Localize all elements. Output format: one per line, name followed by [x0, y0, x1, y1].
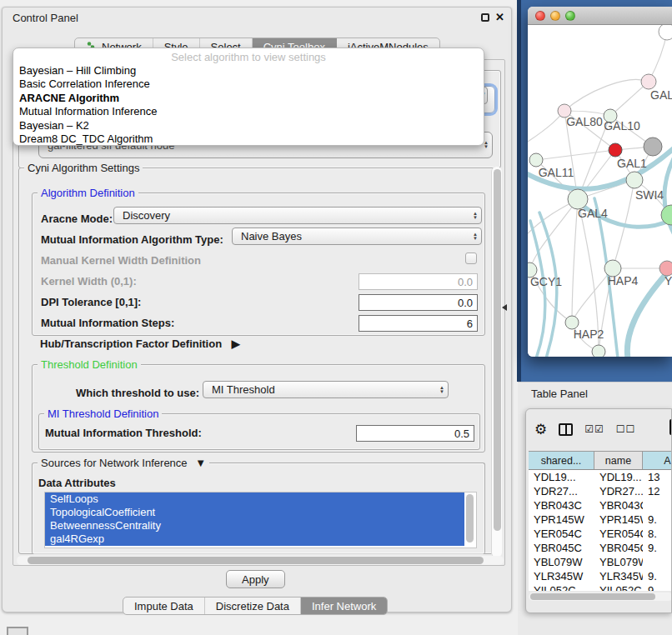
sources-title-toggle[interactable]: Sources for Network Inference ▼	[38, 457, 209, 469]
network-view-window: GALGAL80GAL10GAL1GAL11GAL4SWI4GCY1HAP4YH…	[528, 7, 672, 357]
aracne-mode-combo[interactable]: Discovery ▲▼	[113, 207, 482, 224]
mi-type-value: Naive Bayes	[241, 230, 302, 242]
settings-horizontal-scrollbar[interactable]	[17, 556, 504, 565]
network-node[interactable]	[592, 345, 605, 357]
zoom-traffic-light-icon[interactable]	[565, 11, 575, 21]
group-title: Cyni Algorithm Settings	[24, 162, 143, 174]
table-column-header[interactable]: A	[643, 452, 672, 469]
node-label: GAL1	[617, 157, 647, 170]
table-column-header[interactable]: shared...	[529, 452, 594, 469]
table-row[interactable]: YIL052CYIL052C9	[529, 583, 672, 591]
algorithm-option[interactable]: Bayesian – K2	[13, 119, 484, 132]
algorithm-definition-group: Algorithm Definition Aracne Mode: Discov…	[32, 192, 485, 336]
which-threshold-label: Which threshold to use:	[76, 387, 199, 399]
apply-button[interactable]: Apply	[226, 570, 285, 588]
minimized-window-fragment[interactable]	[7, 627, 28, 635]
which-threshold-combo[interactable]: MI Threshold ▲▼	[203, 381, 449, 398]
algorithm-option[interactable]: ARACNE Algorithm	[13, 92, 484, 105]
network-node-gal1[interactable]	[626, 172, 643, 188]
data-attribute-item[interactable]: gal4RGexp	[45, 532, 476, 546]
table-row[interactable]: YPR145WYPR145W9.	[529, 512, 672, 527]
network-canvas[interactable]: GALGAL80GAL10GAL1GAL11GAL4SWI4GCY1HAP4YH…	[528, 25, 672, 357]
algorithm-option[interactable]: Mutual Information Inference	[13, 105, 484, 118]
table-cell: YBR045C	[529, 541, 594, 555]
close-icon[interactable]: ✕	[495, 11, 504, 23]
mi-threshold-field[interactable]: 0.5	[356, 425, 474, 442]
attribute-table: shared...nameA YDL19...YDL19...13YDR27..…	[529, 451, 672, 591]
table-row[interactable]: YDR27...YDR27...12	[529, 484, 672, 498]
settings-vertical-scrollbar[interactable]	[491, 167, 502, 558]
algorithm-option[interactable]: Bayesian – Hill Climbing	[13, 64, 484, 78]
data-attribute-item[interactable]: TopologicalCoefficient	[45, 506, 476, 519]
network-edge[interactable]	[564, 80, 649, 111]
sources-group: Sources for Network Inference ▼ Data Att…	[32, 462, 485, 554]
table-cell: 9	[643, 583, 672, 591]
table-cell: YDR27...	[594, 484, 643, 498]
control-panel-title: Control Panel	[13, 12, 78, 24]
node-label: HAP2	[574, 328, 604, 341]
network-node-gal[interactable]	[641, 74, 656, 89]
tab-infer-network[interactable]: Infer Network	[301, 598, 387, 614]
table-row[interactable]: YBL079WYBL079W	[529, 555, 672, 569]
manual-kernel-checkbox[interactable]	[465, 252, 477, 264]
algorithm-dropdown-popup: Select algorithm to view settings Bayesi…	[13, 48, 484, 146]
dpi-tolerance-field[interactable]: 0.0	[359, 294, 478, 311]
table-panel-window: ⚙ ☑☑ ☐☐ shared...nameA YDL19...YDL19...1…	[525, 408, 672, 613]
table-row[interactable]: YDL19...YDL19...13	[529, 470, 672, 484]
table-cell: YER054C	[594, 527, 643, 541]
hub-definition-toggle[interactable]: Hub/Transcription Factor Definition ▶	[40, 338, 240, 350]
table-cell: 8.	[643, 527, 672, 541]
node-label: GCY1	[530, 275, 562, 288]
node-label: Y	[664, 274, 672, 288]
tab-discretize-data[interactable]: Discretize Data	[205, 598, 301, 614]
data-attribute-item[interactable]: BetweennessCentrality	[45, 519, 476, 532]
group-title: Threshold Definition	[38, 358, 141, 371]
kernel-width-field[interactable]: 0.0	[359, 273, 478, 290]
minimize-traffic-light-icon[interactable]	[550, 11, 560, 21]
table-horizontal-scrollbar[interactable]	[529, 592, 672, 601]
close-traffic-light-icon[interactable]	[535, 11, 545, 21]
select-all-columns-icon[interactable]: ☑☑	[584, 423, 604, 435]
list-vertical-scrollbar[interactable]	[464, 492, 476, 548]
gear-icon[interactable]: ⚙	[534, 422, 547, 437]
collapse-down-icon: ▼	[195, 457, 206, 469]
float-window-icon[interactable]	[481, 13, 489, 22]
table-cell: 9.	[643, 512, 672, 527]
group-title: Algorithm Definition	[38, 187, 138, 199]
data-attribute-item[interactable]: SelfLoops	[45, 492, 476, 506]
table-column-header[interactable]: name	[594, 452, 643, 469]
aracne-mode-value: Discovery	[123, 209, 170, 222]
network-edge[interactable]	[528, 111, 564, 142]
mi-type-combo[interactable]: Naive Bayes ▲▼	[232, 228, 482, 245]
network-node[interactable]	[609, 143, 622, 157]
table-row[interactable]: YBR043CYBR043C	[529, 498, 672, 512]
expand-right-icon: ▶	[232, 338, 240, 350]
network-window-titlebar[interactable]	[528, 7, 672, 25]
network-node[interactable]	[644, 138, 662, 156]
unselect-all-columns-icon[interactable]: ☐☐	[616, 423, 636, 435]
tab-impute-data[interactable]: Impute Data	[123, 598, 205, 614]
mi-steps-field[interactable]: 6	[359, 315, 478, 332]
table-cell: YBL079W	[529, 555, 594, 569]
table-cell: YDL19...	[594, 470, 643, 484]
table-cell: YIL052C	[529, 583, 594, 591]
panel-splitter-collapse-icon[interactable]	[502, 304, 507, 311]
sources-title: Sources for Network Inference	[41, 457, 188, 469]
mi-threshold-group: MI Threshold Definition Mutual Informati…	[38, 413, 480, 450]
table-row[interactable]: YBR045CYBR045C9.	[529, 541, 672, 555]
table-row[interactable]: YLR345WYLR345W9.	[529, 569, 672, 583]
network-node[interactable]	[659, 25, 672, 40]
mi-threshold-label: Mutual Information Threshold:	[45, 427, 202, 439]
table-row[interactable]: YER054CYER054C8.	[529, 527, 672, 541]
algorithm-option[interactable]: Dream8 DC_TDC Algorithm	[13, 132, 484, 146]
data-attributes-label: Data Attributes	[38, 477, 116, 489]
columns-icon[interactable]	[559, 423, 573, 436]
apply-button-label: Apply	[242, 573, 269, 586]
network-edge[interactable]	[572, 199, 578, 322]
network-edge[interactable]	[536, 150, 615, 160]
data-attributes-list[interactable]: SelfLoopsTopologicalCoefficientBetweenne…	[44, 492, 477, 548]
network-node-gal11[interactable]	[529, 153, 543, 167]
algorithm-option[interactable]: Basic Correlation Inference	[13, 78, 484, 91]
network-edge[interactable]	[530, 221, 545, 357]
table-cell: 9.	[643, 569, 672, 583]
